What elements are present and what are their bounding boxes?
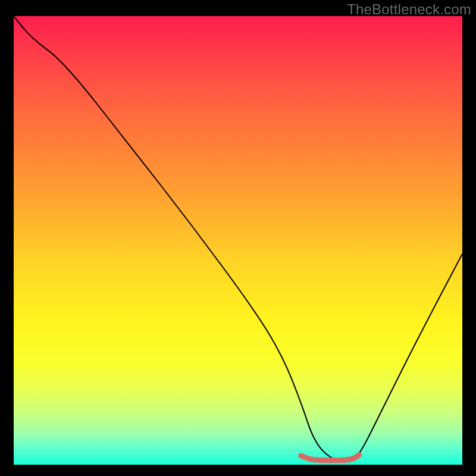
curves-layer: [14, 16, 462, 465]
watermark-label: TheBottleneck.com: [347, 1, 471, 18]
optimal-zone-path: [301, 455, 359, 460]
plot-area: [14, 16, 462, 465]
chart-container: TheBottleneck.com: [0, 0, 476, 476]
bottleneck-curve-path: [14, 16, 462, 461]
